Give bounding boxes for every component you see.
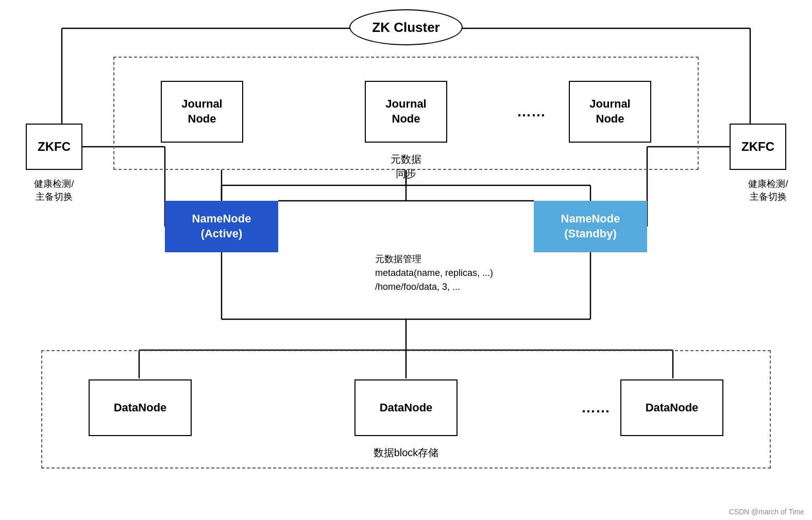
namenode-standby: NameNode(Standby)	[534, 201, 647, 252]
journal-node-3: JournalNode	[569, 81, 651, 143]
journal-node-1-label: JournalNode	[181, 97, 222, 126]
zkfc-left-label: ZKFC	[38, 140, 71, 154]
namenode-active: NameNode(Active)	[165, 201, 278, 252]
zkfc-right-description: 健康检测/主备切换	[730, 178, 807, 203]
journal-node-1: JournalNode	[161, 81, 243, 143]
journal-node-2-label: JournalNode	[385, 97, 426, 126]
data-storage-label: 数据block存储	[374, 446, 439, 460]
datanode-3-label: DataNode	[646, 401, 699, 414]
zkfc-left-description: 健康检测/主备切换	[15, 178, 93, 203]
watermark: CSDN @march of Time	[729, 508, 804, 516]
zkfc-right: ZKFC	[730, 124, 786, 170]
meta-sync-label: 元数据同步	[391, 152, 421, 181]
namenode-standby-label: NameNode(Standby)	[561, 212, 620, 241]
datanode-2: DataNode	[354, 379, 458, 436]
datanode-1-label: DataNode	[114, 401, 167, 414]
zkfc-left: ZKFC	[26, 124, 82, 170]
datanode-3: DataNode	[620, 379, 723, 436]
meta-sync-text: 元数据同步	[391, 153, 421, 179]
journal-dots: ……	[517, 81, 546, 143]
datanode-container: DataNode DataNode …… DataNode 数据block存储	[41, 350, 771, 469]
meta-mgmt-label: 元数据管理metadata(name, replicas, ...)/home/…	[375, 252, 493, 294]
datanode-dots: ……	[581, 379, 610, 436]
watermark-text: CSDN @march of Time	[729, 508, 804, 516]
diagram: ZK Cluster JournalNode JournalNode …… Jo…	[0, 0, 812, 520]
zkfc-right-desc-text: 健康检测/主备切换	[748, 179, 788, 202]
meta-mgmt-text: 元数据管理metadata(name, replicas, ...)/home/…	[375, 254, 493, 292]
journal-node-3-label: JournalNode	[589, 97, 630, 126]
data-storage-text: 数据block存储	[374, 447, 439, 458]
zk-cluster-label: ZK Cluster	[372, 20, 439, 36]
zk-cluster-node: ZK Cluster	[349, 9, 463, 45]
datanode-2-label: DataNode	[380, 401, 433, 414]
journal-node-2: JournalNode	[365, 81, 447, 143]
zkfc-right-label: ZKFC	[741, 140, 774, 154]
datanode-1: DataNode	[89, 379, 192, 436]
namenode-active-label: NameNode(Active)	[192, 212, 251, 241]
zkfc-left-desc-text: 健康检测/主备切换	[34, 179, 74, 202]
